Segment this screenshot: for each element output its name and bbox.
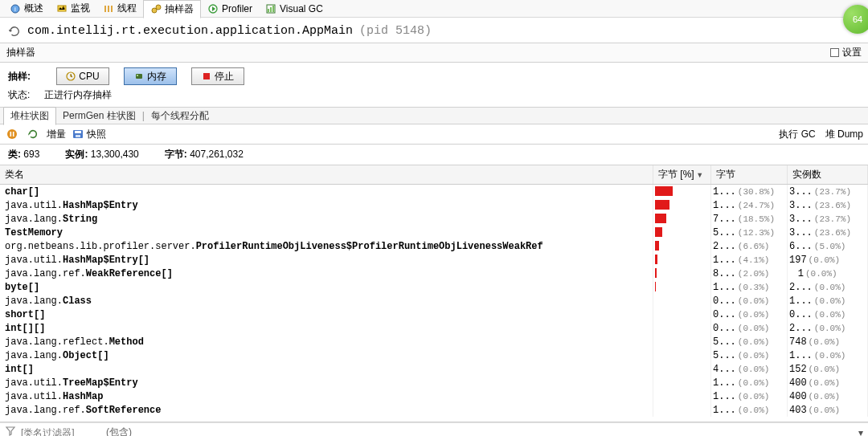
table-row[interactable]: java.lang.Object[]5...(0.0%)1...(0.0%) xyxy=(0,348,868,362)
chevron-down-icon[interactable]: ▾ xyxy=(858,427,863,437)
cell-instances: 3...(23.6%) xyxy=(788,198,868,212)
subtab-heap-label: 堆柱状图 xyxy=(10,110,49,121)
clock-icon xyxy=(66,71,76,81)
table-row[interactable]: java.util.HashMap$Entry1...(24.7%)3...(2… xyxy=(0,198,868,212)
heap-dump-button[interactable]: 堆 Dump xyxy=(825,128,863,141)
app-main-title: com.intellij.rt.execution.application.Ap… xyxy=(27,24,353,38)
cell-classname: java.lang.Class xyxy=(0,294,653,308)
memory-button[interactable]: 内存 xyxy=(124,67,177,85)
col-classname-label: 类名 xyxy=(5,169,24,180)
cell-instances: 400(0.0%) xyxy=(788,389,868,403)
class-table-body: char[]1...(30.8%)3...(23.7%)java.util.Ha… xyxy=(0,185,868,417)
col-bytes-label: 字节 xyxy=(716,169,735,180)
table-row[interactable]: java.lang.String7...(18.5%)3...(23.7%) xyxy=(0,212,868,226)
cell-instances: 400(0.0%) xyxy=(788,376,868,389)
cell-bar xyxy=(653,362,711,376)
table-row[interactable]: byte[]1...(0.3%)2...(0.0%) xyxy=(0,280,868,294)
subtab-heap[interactable]: 堆柱状图 xyxy=(3,107,56,125)
subtab-per-thread-label: 每个线程分配 xyxy=(151,110,209,121)
class-table-scroll[interactable]: char[]1...(30.8%)3...(23.7%)java.util.Ha… xyxy=(0,185,868,424)
table-row[interactable]: int[][]0...(0.0%)2...(0.0%) xyxy=(0,321,868,335)
table-row[interactable]: TestMemory5...(12.3%)3...(23.6%) xyxy=(0,226,868,239)
cell-bytes: 7...(18.5%) xyxy=(711,212,788,226)
delta-button[interactable]: 增量 xyxy=(47,128,66,141)
col-classname[interactable]: 类名 xyxy=(0,165,653,185)
table-row[interactable]: java.lang.ref.WeakReference[]8...(2.0%)1… xyxy=(0,267,868,280)
toptab-抽样器[interactable]: 抽样器 xyxy=(143,0,201,18)
heap-dump-label: 堆 Dump xyxy=(825,128,863,141)
cell-bar xyxy=(653,294,711,308)
toptab-监视[interactable]: 监视 xyxy=(50,0,96,17)
subtab-permgen-label: PermGen 柱状图 xyxy=(63,110,136,121)
cell-instances: 3...(23.7%) xyxy=(788,185,868,198)
cell-bar xyxy=(653,253,711,267)
memory-button-label: 内存 xyxy=(147,70,166,84)
threads-icon xyxy=(103,3,114,14)
summary-instances-value: 13,300,430 xyxy=(91,149,139,160)
app-pid: (pid 5148) xyxy=(359,24,432,38)
status-label: 状态: xyxy=(8,88,30,102)
toptab-Visual GC[interactable]: Visual GC xyxy=(259,2,330,16)
refresh-small-button[interactable] xyxy=(26,127,40,141)
refresh-icon[interactable] xyxy=(8,25,21,38)
cell-bytes: 1...(0.0%) xyxy=(711,389,788,403)
toptab-线程[interactable]: 线程 xyxy=(96,0,143,17)
table-row[interactable]: char[]1...(30.8%)3...(23.7%) xyxy=(0,185,868,198)
cell-instances: 197(0.0%) xyxy=(788,253,868,267)
cell-bytes: 1...(24.7%) xyxy=(711,198,788,212)
settings-toggle[interactable]: 设置 xyxy=(830,46,862,59)
cell-bytes: 0...(0.0%) xyxy=(711,321,788,335)
toptab-概述[interactable]: i概述 xyxy=(3,0,50,17)
col-bytes-percent[interactable]: 字节 [%] xyxy=(653,165,711,185)
panel-name: 抽样器 xyxy=(6,46,35,59)
cpu-button[interactable]: CPU xyxy=(56,67,109,85)
col-bytes-percent-label: 字节 [%] xyxy=(658,169,694,180)
cell-bar xyxy=(653,267,711,280)
filter-icon[interactable] xyxy=(5,426,16,436)
sample-label: 抽样: xyxy=(8,70,42,84)
svg-rect-8 xyxy=(270,7,272,12)
table-row[interactable]: java.util.HashMap$Entry[]1...(4.1%)197(0… xyxy=(0,253,868,267)
cell-classname: java.lang.ref.SoftReference xyxy=(0,403,653,417)
table-row[interactable]: java.lang.reflect.Method5...(0.0%)748(0.… xyxy=(0,335,868,348)
visualgc-icon xyxy=(265,3,276,14)
toptab-Profiler[interactable]: Profiler xyxy=(201,2,259,16)
toptab-label: 概述 xyxy=(24,2,43,15)
table-row[interactable]: short[]0...(0.0%)0...(0.0%) xyxy=(0,308,868,321)
class-filter-input[interactable] xyxy=(21,427,101,437)
table-row[interactable]: java.util.TreeMap$Entry1...(0.0%)400(0.0… xyxy=(0,376,868,389)
cell-bytes: 1...(0.3%) xyxy=(711,280,788,294)
run-gc-button[interactable]: 执行 GC xyxy=(779,128,815,141)
subtab-permgen[interactable]: PermGen 柱状图 xyxy=(56,108,142,124)
col-bytes[interactable]: 字节 xyxy=(711,165,788,185)
monitor-icon xyxy=(56,3,68,14)
cell-bytes: 5...(12.3%) xyxy=(711,226,788,239)
table-row[interactable]: java.lang.Class0...(0.0%)1...(0.0%) xyxy=(0,294,868,308)
svg-rect-13 xyxy=(203,73,210,79)
cell-instances: 3...(23.6%) xyxy=(788,226,868,239)
cell-instances: 0...(0.0%) xyxy=(788,308,868,321)
snapshot-button[interactable]: 快照 xyxy=(72,128,106,141)
cell-instances: 3...(23.7%) xyxy=(788,212,868,226)
cell-instances: 2...(0.0%) xyxy=(788,280,868,294)
svg-point-14 xyxy=(7,129,17,139)
svg-rect-16 xyxy=(13,132,14,137)
col-instances[interactable]: 实例数 xyxy=(788,165,868,185)
pause-button[interactable] xyxy=(5,127,19,141)
table-row[interactable]: java.lang.ref.SoftReference1...(0.0%)403… xyxy=(0,403,868,417)
stop-button[interactable]: 停止 xyxy=(191,67,244,85)
summary-bar: 类: 693 实例: 13,300,430 字节: 407,261,032 xyxy=(0,145,868,165)
summary-bytes-value: 407,261,032 xyxy=(190,149,244,160)
subtab-per-thread[interactable]: 每个线程分配 xyxy=(145,108,215,124)
table-row[interactable]: org.netbeans.lib.profiler.server.Profile… xyxy=(0,239,868,253)
table-row[interactable]: java.util.HashMap1...(0.0%)400(0.0%) xyxy=(0,389,868,403)
svg-rect-19 xyxy=(76,135,80,137)
settings-label: 设置 xyxy=(842,46,862,59)
svg-point-4 xyxy=(156,5,161,10)
cell-classname: int[] xyxy=(0,362,653,376)
cell-classname: java.util.HashMap$Entry xyxy=(0,198,653,212)
cell-bytes: 5...(0.0%) xyxy=(711,335,788,348)
filter-bar: (包含) ▾ xyxy=(0,422,868,436)
table-row[interactable]: int[]4...(0.0%)152(0.0%) xyxy=(0,362,868,376)
run-gc-label: 执行 GC xyxy=(779,128,815,141)
